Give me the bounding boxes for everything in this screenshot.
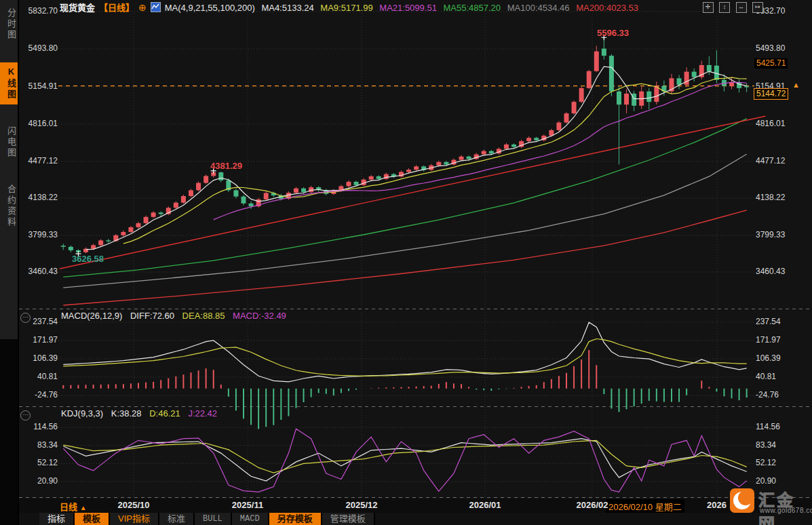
toolbar-macd-button[interactable]: MACD <box>232 513 269 525</box>
axis-label: 83.34 <box>19 440 58 450</box>
toolbar-save-template-button[interactable]: 另存模板 <box>269 513 322 525</box>
toolbar-vip-indicators-button[interactable]: VIP指标 <box>110 513 159 525</box>
kdj-j-value: J:22.42 <box>188 408 217 419</box>
axis-label: 171.97 <box>756 335 781 345</box>
pan-right-icon[interactable]: ↦ <box>752 2 763 13</box>
ma55-value: MA55:4857.20 <box>444 3 501 13</box>
axis-label: 83.34 <box>756 440 776 450</box>
axis-label: -24.76 <box>756 390 779 400</box>
kdj-k-value: K:38.28 <box>111 408 142 419</box>
axis-label: 4816.01 <box>756 119 785 129</box>
month-label: 2025/10 <box>118 500 150 510</box>
axis-label: 52.12 <box>19 458 58 468</box>
horizontal-scale-icon[interactable]: ↔ <box>736 2 747 13</box>
date-axis: 日线 ▲ 2026/02/10 星期二 2026 2025/102025/112… <box>19 499 812 513</box>
logo-url: www.gold678.com <box>760 507 812 514</box>
sidebar-tab-lightning[interactable]: 闪电图 <box>0 122 18 163</box>
add-indicator-icon[interactable]: ⊕ <box>138 2 147 13</box>
axis-label: 171.97 <box>19 335 58 345</box>
ma4-value: MA4:5133.24 <box>261 3 313 13</box>
candlestick-chart[interactable]: MACD(26,12,9) DIFF:72.60 DEA:88.85 MACD:… <box>19 0 812 499</box>
logo-icon <box>730 488 754 513</box>
axis-label: -24.76 <box>19 390 58 400</box>
axis-label: 3460.43 <box>19 267 58 277</box>
month-label: 2025/12 <box>346 500 378 510</box>
axis-label: 4816.01 <box>19 119 58 129</box>
axis-label: 4477.12 <box>19 156 58 166</box>
axis-label: 237.54 <box>756 317 781 327</box>
axis-label: 106.39 <box>19 353 58 364</box>
macd-diff-value: DIFF:72.60 <box>130 311 174 321</box>
axis-marker-high: 5425.71 <box>754 58 788 69</box>
vertical-scale-icon[interactable]: ↕ <box>719 2 730 13</box>
axis-label: 52.12 <box>756 458 776 468</box>
axis-label: 3799.33 <box>756 230 785 240</box>
ma100-value: MA100:4534.46 <box>507 3 570 13</box>
macd-value: MACD:-32.49 <box>233 311 286 321</box>
chart-tool-icons: ✛ ↕ ↔ ↦ <box>700 2 763 14</box>
toolbar-bull-button[interactable]: BULL <box>195 513 232 525</box>
price-alert-icon[interactable]: ▲ <box>792 81 800 89</box>
macd-settings-icon[interactable]: ⋯ <box>20 313 31 323</box>
axis-label: 106.39 <box>756 353 781 364</box>
month-label-partial: 2026 <box>707 500 727 510</box>
ma9-value: MA9:5171.99 <box>320 3 372 13</box>
axis-label: 40.81 <box>19 372 58 382</box>
axis-label: 5493.80 <box>756 43 785 54</box>
axis-label: 20.90 <box>19 476 58 486</box>
trading-app: { "sidebar": { "items": [ {"label": "分时图… <box>0 0 812 525</box>
toolbar-manage-template-button[interactable]: 管理模板 <box>322 513 375 525</box>
toolbar-template-button[interactable]: 模板 <box>75 513 110 525</box>
month-label: 2026/02 <box>577 500 608 510</box>
overlay-chart-icon[interactable] <box>151 2 161 12</box>
macd-header: MACD(26,12,9) DIFF:72.60 DEA:88.85 MACD:… <box>61 311 292 321</box>
symbol-title: 现货黄金 <box>60 3 95 13</box>
axis-label: 5154.91 <box>19 81 58 92</box>
logo-text: 汇金网 <box>758 487 811 525</box>
macd-title[interactable]: MACD(26,12,9) <box>61 311 122 321</box>
annotation-oct-low: 3626.58 <box>72 254 104 264</box>
axis-label: 4477.12 <box>756 156 785 166</box>
axis-label: 3799.33 <box>19 230 58 240</box>
annotation-period-high: 5596.33 <box>597 28 629 38</box>
sidebar: 分时图 K线图 闪电图 合约资料 <box>0 0 19 525</box>
current-date-label: 2026/02/10 星期二 <box>606 499 684 513</box>
axis-marker-last-price: 5144.72 <box>754 88 788 100</box>
crosshair-icon[interactable]: ✛ <box>703 2 714 13</box>
axis-label: 4138.22 <box>19 193 58 203</box>
period-selector[interactable]: 日线 ▲ <box>60 500 87 513</box>
axis-label: 114.56 <box>756 422 780 432</box>
ma200-value: MA200:4023.53 <box>576 3 638 13</box>
axis-label: 3460.43 <box>756 267 785 277</box>
kdj-title[interactable]: KDJ(9,3,3) <box>61 408 103 419</box>
period-tag[interactable]: 【日线】 <box>99 3 134 13</box>
axis-label: 40.81 <box>756 372 776 382</box>
bottom-toolbar: 指标 模板 VIP指标 标准 BULL MACD 另存模板 管理模板 <box>19 513 812 525</box>
kdj-header: KDJ(9,3,3) K:38.28 D:46.21 J:22.42 <box>61 408 223 419</box>
axis-label: 4138.22 <box>756 193 785 203</box>
axis-label: 114.56 <box>19 422 58 432</box>
kdj-settings-icon[interactable]: ⋯ <box>20 410 31 421</box>
month-label: 2025/11 <box>232 500 263 510</box>
annotation-oct-high: 4381.29 <box>210 161 242 171</box>
kdj-d-value: D:46.21 <box>149 408 180 419</box>
month-label: 2026/01 <box>469 500 501 510</box>
sidebar-tab-kline[interactable]: K线图 <box>0 62 18 104</box>
sidebar-tab-timeline[interactable]: 分时图 <box>0 4 18 45</box>
site-logo: 汇金网 www.gold678.com <box>730 486 811 518</box>
ma-settings-label[interactable]: MA(4,9,21,55,100,200) <box>165 3 255 13</box>
axis-label: 5832.70 <box>19 6 58 16</box>
sidebar-tab-contract-info[interactable]: 合约资料 <box>0 180 18 232</box>
toolbar-standard-button[interactable]: 标准 <box>159 513 195 525</box>
macd-dea-value: DEA:88.85 <box>182 311 225 321</box>
toolbar-indicators-button[interactable]: 指标 <box>39 513 75 525</box>
axis-label: 20.90 <box>756 476 776 486</box>
chart-header: 现货黄金【日线】⊕MA(4,9,21,55,100,200) MA4:5133.… <box>60 1 642 14</box>
axis-label: 5493.80 <box>19 43 58 54</box>
ma21-value: MA21:5099.51 <box>379 3 437 13</box>
